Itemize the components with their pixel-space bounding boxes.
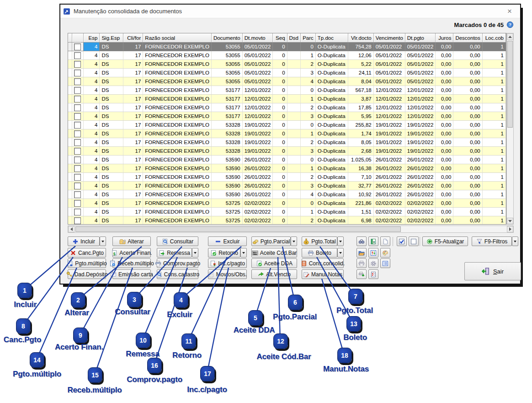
cell-juros[interactable]: 0,00 (436, 216, 453, 225)
canc-pgto-button[interactable]: Canc.Pgto (68, 248, 106, 258)
cell-documento[interactable]: 53590 (211, 182, 242, 190)
cell-vencimento[interactable]: 19/01/2022 (373, 121, 405, 129)
cell-seq[interactable]: 0 (273, 60, 287, 69)
cell-cli-for[interactable]: 17 (123, 60, 143, 69)
cell-vencimento[interactable]: 05/01/2022 (373, 43, 405, 51)
cell-dt-movto[interactable]: 19/01/2022 (242, 147, 273, 156)
scroll-down-button[interactable] (507, 218, 513, 224)
cell-tp-doc[interactable]: O-Duplicata (315, 43, 348, 51)
table-row[interactable]: 4DS17FORNECEDOR EXEMPLO5332819/01/202200… (68, 121, 506, 129)
cell-dsd[interactable] (287, 164, 301, 173)
cell-dsd[interactable] (287, 138, 301, 147)
cell-vlr-docto[interactable]: 1,51 (348, 208, 373, 216)
cell-loc-cob[interactable]: 1 (482, 164, 505, 173)
row-checkbox[interactable] (72, 156, 84, 164)
palette-button[interactable] (380, 248, 390, 258)
cell-sig-esp[interactable]: DS (100, 199, 123, 208)
cell-vlr-docto[interactable]: 1.025,05 (348, 156, 373, 164)
sair-button[interactable]: Sair (464, 262, 521, 280)
row-checkbox[interactable] (72, 43, 84, 51)
incluir-button[interactable]: Incluir (68, 236, 100, 246)
cell-seq[interactable]: 0 (273, 164, 287, 173)
cell-documento[interactable]: 53590 (211, 173, 242, 182)
table-row[interactable]: 4DS17FORNECEDOR EXEMPLO5359026/01/202204… (68, 190, 506, 199)
cell-vlr-docto[interactable]: 3,87 (348, 95, 373, 103)
cell-dsd[interactable] (287, 51, 301, 60)
cell-descontos[interactable]: 0,00 (453, 190, 482, 199)
cell-juros[interactable]: 0,00 (436, 121, 453, 129)
cell-razao-social[interactable]: FORNECEDOR EXEMPLO (143, 121, 212, 129)
cell-descontos[interactable]: 0,00 (453, 164, 482, 173)
cell-dsd[interactable] (287, 182, 301, 190)
retorno-dropdown-button[interactable] (240, 248, 247, 258)
cell-loc-cob[interactable]: 1 (482, 86, 505, 95)
cell-seq[interactable]: 0 (273, 190, 287, 199)
cell-cli-for[interactable]: 17 (123, 103, 143, 112)
cell-vlr-docto[interactable]: 10,92 (348, 190, 373, 199)
cell-seq[interactable]: 0 (273, 182, 287, 190)
cell-vlr-docto[interactable]: 255,82 (348, 121, 373, 129)
row-checkbox[interactable] (72, 208, 84, 216)
cell-sig-esp[interactable]: DS (100, 86, 123, 95)
table-row[interactable]: 4DS17FORNECEDOR EXEMPLO5305505/01/202201… (68, 51, 506, 60)
aceite-cod-bar-button[interactable]: Aceite Cód.Bar (251, 248, 297, 258)
row-checkbox[interactable] (72, 129, 84, 138)
column-header-row-indicator[interactable] (68, 33, 72, 43)
cell-sig-esp[interactable]: DS (100, 95, 123, 103)
cell-dt-movto[interactable]: 26/01/2022 (242, 182, 273, 190)
cell-juros[interactable]: 0,00 (436, 95, 453, 103)
checkbox-checked-button[interactable] (397, 236, 407, 246)
cell-dsd[interactable] (287, 112, 301, 121)
cell-parc[interactable]: 1 (301, 208, 316, 216)
cell-parc[interactable]: 2 (301, 60, 316, 69)
cell-vencimento[interactable]: 05/01/2022 (373, 60, 405, 69)
column-header-vlr-docto[interactable]: Vlr.docto (348, 33, 373, 43)
cell-razao-social[interactable]: FORNECEDOR EXEMPLO (143, 164, 212, 173)
cell-vencimento[interactable]: 26/01/2022 (373, 173, 405, 182)
column-header-razao-social[interactable]: Razão social (143, 33, 212, 43)
row-checkbox[interactable] (72, 77, 84, 86)
cell-sig-esp[interactable]: DS (100, 103, 123, 112)
row-checkbox[interactable] (72, 182, 84, 190)
cell-vencimento[interactable]: 05/01/2022 (373, 51, 405, 60)
cell-sig-esp[interactable]: DS (100, 173, 123, 182)
cell-dt-movto[interactable]: 12/01/2022 (242, 95, 273, 103)
cell-descontos[interactable]: 0,00 (453, 86, 482, 95)
cell-documento[interactable]: 53590 (211, 190, 242, 199)
cell-esp[interactable]: 4 (83, 43, 100, 51)
table-row[interactable]: 4DS17FORNECEDOR EXEMPLO5359026/01/202203… (68, 182, 506, 190)
cell-descontos[interactable]: 0,00 (453, 60, 482, 69)
column-header-cli-for[interactable]: Cli/for (123, 33, 143, 43)
cell-dt-pgto[interactable]: 05/01/2022 (405, 77, 436, 86)
cell-descontos[interactable]: 0,00 (453, 103, 482, 112)
cell-parc[interactable]: 2 (301, 216, 316, 225)
cell-dt-movto[interactable]: 12/01/2022 (242, 112, 273, 121)
cell-loc-cob[interactable]: 1 (482, 173, 505, 182)
cell-dt-pgto[interactable]: 12/01/2022 (405, 86, 436, 95)
cell-dt-movto[interactable]: 05/01/2022 (242, 60, 273, 69)
cell-parc[interactable]: 1 (301, 95, 316, 103)
cell-vlr-docto[interactable]: 17,85 (348, 103, 373, 112)
column-header-loc-cob[interactable]: Loc.cob (482, 33, 505, 43)
cell-seq[interactable]: 0 (273, 156, 287, 164)
cell-sig-esp[interactable]: DS (100, 182, 123, 190)
table-row[interactable]: 4DS17FORNECEDOR EXEMPLO5372502/02/202200… (68, 199, 506, 208)
cell-cli-for[interactable]: 17 (123, 182, 143, 190)
cell-razao-social[interactable]: FORNECEDOR EXEMPLO (143, 103, 212, 112)
cell-juros[interactable]: 0,00 (436, 138, 453, 147)
cell-tp-doc[interactable]: O-Duplicata (315, 208, 348, 216)
cell-seq[interactable]: 0 (273, 112, 287, 121)
cell-vlr-docto[interactable]: 12,06 (348, 51, 373, 60)
alt-vencto-button[interactable]: Alt.Vencto (251, 269, 297, 279)
column-header-parc[interactable]: Parc (301, 33, 316, 43)
cell-vencimento[interactable]: 12/01/2022 (373, 103, 405, 112)
cell-loc-cob[interactable]: 1 (482, 60, 505, 69)
column-header-seq[interactable]: Seq (273, 33, 287, 43)
cell-tp-doc[interactable]: O-Duplicata (315, 156, 348, 164)
document-button[interactable] (380, 236, 390, 246)
cell-cli-for[interactable]: 17 (123, 51, 143, 60)
cell-sig-esp[interactable]: DS (100, 216, 123, 225)
cell-sig-esp[interactable]: DS (100, 43, 123, 51)
cell-razao-social[interactable]: FORNECEDOR EXEMPLO (143, 190, 212, 199)
cell-dt-movto[interactable]: 02/02/2022 (242, 208, 273, 216)
